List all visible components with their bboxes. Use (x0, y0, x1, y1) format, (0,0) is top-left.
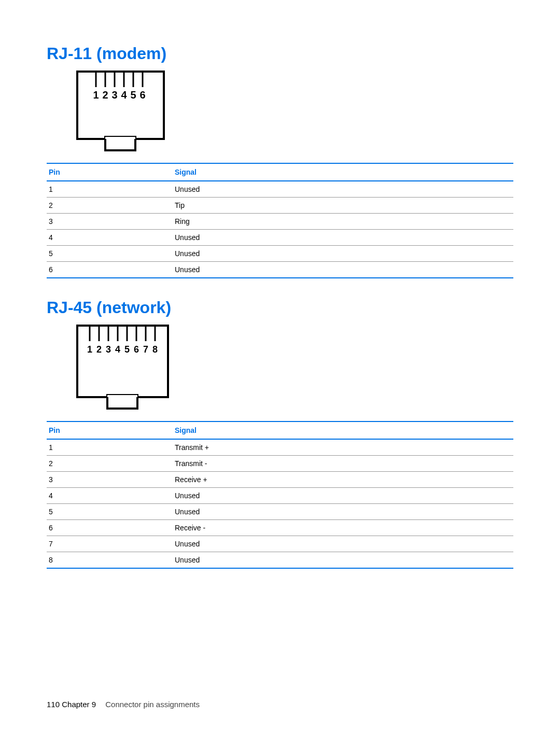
pin-cell: 6 (47, 520, 173, 536)
pin-cell: 4 (47, 488, 173, 504)
pin-cell: 1 (47, 439, 173, 456)
pin-cell: 3 (47, 472, 173, 488)
chapter-label: Chapter 9 (62, 700, 96, 709)
heading-rj45: RJ-45 (network) (47, 298, 513, 317)
rj45-connector-diagram: 12345678 (75, 324, 513, 414)
pin-cell: 5 (47, 246, 173, 262)
signal-cell: Unused (173, 536, 513, 552)
pin-cell: 2 (47, 456, 173, 472)
signal-cell: Transmit + (173, 439, 513, 456)
pin-cell: 5 (47, 504, 173, 520)
signal-cell: Unused (173, 262, 513, 278)
table-row: 4Unused (47, 488, 513, 504)
table-row: 3Receive + (47, 472, 513, 488)
pin-cell: 8 (47, 552, 173, 569)
table-row: 3Ring (47, 214, 513, 230)
signal-cell: Receive - (173, 520, 513, 536)
pin-cell: 3 (47, 214, 173, 230)
chapter-title: Connector pin assignments (105, 700, 200, 709)
heading-rj11: RJ-11 (modem) (47, 44, 513, 63)
table-row: 8Unused (47, 552, 513, 569)
rj11-connector-diagram: 123456 (75, 69, 513, 156)
table-row: 5Unused (47, 504, 513, 520)
table-row: 2Transmit - (47, 456, 513, 472)
svg-text:1: 1 (93, 89, 99, 101)
page-number: 110 (47, 700, 60, 709)
svg-text:6: 6 (139, 89, 145, 101)
rj11-table: Pin Signal 1Unused2Tip3Ring4Unused5Unuse… (47, 163, 513, 278)
table-row: 5Unused (47, 246, 513, 262)
col-signal: Signal (173, 421, 513, 439)
col-pin: Pin (47, 421, 173, 439)
table-row: 6Unused (47, 262, 513, 278)
svg-text:2: 2 (96, 344, 102, 355)
signal-cell: Unused (173, 246, 513, 262)
pin-cell: 1 (47, 181, 173, 198)
signal-cell: Unused (173, 230, 513, 246)
signal-cell: Unused (173, 552, 513, 569)
col-signal: Signal (173, 163, 513, 181)
table-row: 6Receive - (47, 520, 513, 536)
rj11-section: RJ-11 (modem) 123456 Pin Signal 1Unused2… (47, 44, 513, 278)
svg-text:4: 4 (121, 89, 127, 101)
page-footer: 110 Chapter 9 Connector pin assignments (47, 700, 200, 709)
svg-text:7: 7 (143, 344, 148, 355)
signal-cell: Unused (173, 181, 513, 198)
svg-text:5: 5 (124, 344, 130, 355)
pin-cell: 4 (47, 230, 173, 246)
svg-text:6: 6 (134, 344, 139, 355)
pin-cell: 2 (47, 198, 173, 214)
col-pin: Pin (47, 163, 173, 181)
svg-rect-0 (77, 72, 164, 139)
svg-text:8: 8 (152, 344, 158, 355)
svg-text:5: 5 (130, 89, 136, 101)
signal-cell: Transmit - (173, 456, 513, 472)
table-row: 1Unused (47, 181, 513, 198)
signal-cell: Receive + (173, 472, 513, 488)
signal-cell: Ring (173, 214, 513, 230)
svg-text:1: 1 (87, 344, 92, 355)
table-row: 1Transmit + (47, 439, 513, 456)
rj45-section: RJ-45 (network) 12345678 Pin Signal 1Tra… (47, 298, 513, 569)
signal-cell: Unused (173, 488, 513, 504)
svg-text:4: 4 (115, 344, 120, 355)
rj45-table: Pin Signal 1Transmit +2Transmit -3Receiv… (47, 421, 513, 569)
svg-text:3: 3 (111, 89, 117, 101)
signal-cell: Unused (173, 504, 513, 520)
pin-cell: 6 (47, 262, 173, 278)
table-row: 4Unused (47, 230, 513, 246)
table-row: 7Unused (47, 536, 513, 552)
table-row: 2Tip (47, 198, 513, 214)
svg-text:2: 2 (102, 89, 108, 101)
svg-text:3: 3 (106, 344, 111, 355)
signal-cell: Tip (173, 198, 513, 214)
pin-cell: 7 (47, 536, 173, 552)
